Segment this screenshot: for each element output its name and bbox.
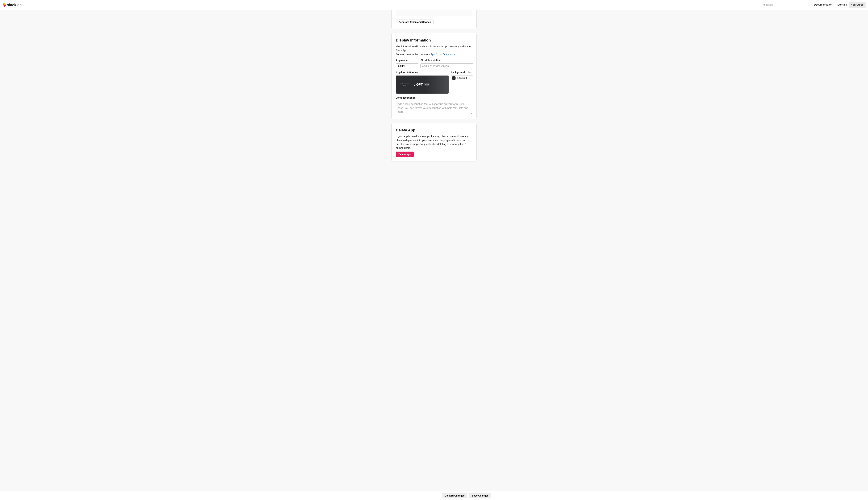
delete-app-heading: Delete App <box>396 127 472 133</box>
bg-color-swatch <box>452 76 456 80</box>
delete-app-card: Delete App If your app is listed in the … <box>391 123 477 161</box>
token-scope-box <box>396 10 472 15</box>
display-info-heading: Display Information <box>396 37 472 43</box>
search-icon <box>763 4 765 6</box>
search-wrap <box>761 3 808 7</box>
app-icon-preview: + Add App Icon iblGPT APP <box>396 76 448 93</box>
header-nav: Documentation Tutorials Your Apps <box>812 2 866 8</box>
svg-point-0 <box>763 4 765 5</box>
long-desc-textarea[interactable] <box>396 101 472 115</box>
nav-documentation[interactable]: Documentation <box>812 2 834 8</box>
slack-logo-icon <box>2 3 6 7</box>
top-bar: slack api Documentation Tutorials Your A… <box>0 0 868 10</box>
search-input[interactable] <box>761 3 808 7</box>
nav-tutorials[interactable]: Tutorials <box>834 2 849 8</box>
display-info-intro: This information will be shown in the Sl… <box>396 45 472 56</box>
preview-app-name: iblGPT <box>413 83 423 86</box>
token-card: Generate Token and Scopes <box>391 10 477 29</box>
delete-app-body: If your app is listed in the App Directo… <box>396 135 472 150</box>
nav-your-apps[interactable]: Your Apps <box>849 2 866 8</box>
short-desc-label: Short description <box>421 58 473 62</box>
app-name-label: App name <box>396 58 418 62</box>
logo-text-secondary: api <box>18 3 22 7</box>
short-desc-input[interactable] <box>421 64 473 68</box>
app-badge: APP <box>424 83 430 86</box>
app-icon-label: App icon & Preview <box>396 71 448 74</box>
bg-color-input[interactable] <box>457 77 470 79</box>
delete-app-button[interactable]: Delete App <box>396 151 414 157</box>
logo-text-primary: slack <box>7 3 16 7</box>
generate-token-button[interactable]: Generate Token and Scopes <box>396 19 433 25</box>
bg-color-label: Background color <box>451 71 473 74</box>
display-info-intro-line1: This information will be shown in the Sl… <box>396 45 471 52</box>
app-detail-guidelines-link[interactable]: App Detail Guidelines <box>431 53 455 56</box>
display-information-card: Display Information This information wil… <box>391 33 477 119</box>
display-info-intro-line2a: For more information, view our <box>396 53 431 56</box>
app-name-input[interactable] <box>396 64 418 68</box>
slack-api-logo[interactable]: slack api <box>2 2 22 8</box>
display-info-intro-line2b: . <box>455 53 455 56</box>
add-app-icon-dropzone[interactable]: + Add App Icon <box>399 79 410 90</box>
long-desc-label: Long description <box>396 96 472 100</box>
preview-app-name-wrap: iblGPT APP <box>413 82 430 87</box>
svg-line-1 <box>764 5 765 6</box>
bg-color-input-wrap[interactable] <box>451 76 473 80</box>
